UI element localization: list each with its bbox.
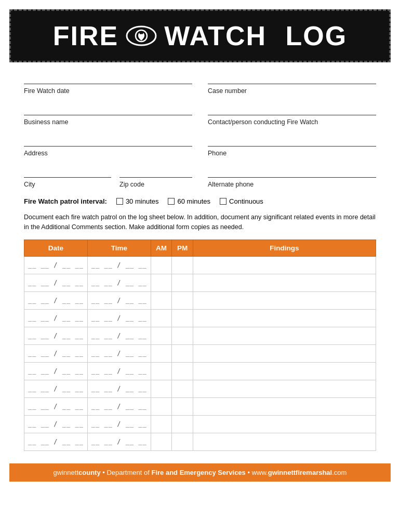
patrol-option-30min[interactable]: 30 minutes <box>116 197 159 205</box>
patrol-checkbox-60min[interactable] <box>168 198 175 205</box>
table-row: __ __ / __ __ __ __ / __ __ <box>24 397 376 415</box>
am-cell[interactable] <box>151 380 172 397</box>
phone-field: Phone <box>208 135 376 157</box>
patrol-option-60min[interactable]: 60 minutes <box>168 197 210 205</box>
date-cell[interactable]: __ __ / __ __ <box>24 327 88 344</box>
header-title: FIRE WATCH LOG <box>53 20 347 51</box>
table-row: __ __ / __ __ __ __ / __ __ <box>24 362 376 380</box>
date-cell[interactable]: __ __ / __ __ <box>24 274 88 291</box>
business-name-line <box>24 104 192 115</box>
patrol-option-60min-label: 60 minutes <box>177 197 210 205</box>
col-pm-header: PM <box>172 240 193 256</box>
am-cell[interactable] <box>151 291 172 309</box>
findings-cell[interactable] <box>193 274 376 291</box>
am-cell[interactable] <box>151 433 172 450</box>
date-cell[interactable]: __ __ / __ __ <box>24 309 88 327</box>
time-cell[interactable]: __ __ / __ __ <box>87 309 151 327</box>
findings-cell[interactable] <box>193 415 376 433</box>
findings-cell[interactable] <box>193 256 376 274</box>
table-header-row: Date Time AM PM Findings <box>24 240 376 256</box>
case-number-label: Case number <box>208 87 376 95</box>
alternate-phone-line <box>208 166 376 178</box>
city-field: City <box>24 166 111 188</box>
findings-cell[interactable] <box>193 309 376 327</box>
city-line <box>24 166 111 178</box>
am-cell[interactable] <box>151 362 172 380</box>
am-cell[interactable] <box>151 415 172 433</box>
case-number-line <box>208 73 376 84</box>
findings-cell[interactable] <box>193 362 376 380</box>
phone-line <box>208 135 376 147</box>
instructions-text: Document each fire watch patrol on the l… <box>24 212 376 232</box>
patrol-interval-label: Fire Watch patrol interval: <box>24 197 107 205</box>
pm-cell[interactable] <box>172 380 193 397</box>
time-cell[interactable]: __ __ / __ __ <box>87 397 151 415</box>
date-cell[interactable]: __ __ / __ __ <box>24 256 88 274</box>
patrol-checkbox-continuous[interactable] <box>220 198 226 205</box>
footer-dept-prefix: Department of <box>106 469 151 476</box>
am-cell[interactable] <box>151 327 172 344</box>
pm-cell[interactable] <box>172 256 193 274</box>
fire-watch-date-line <box>24 73 192 84</box>
findings-cell[interactable] <box>193 327 376 344</box>
table-row: __ __ / __ __ __ __ / __ __ <box>24 380 376 397</box>
address-line <box>24 135 192 147</box>
date-cell[interactable]: __ __ / __ __ <box>24 291 88 309</box>
findings-cell[interactable] <box>193 397 376 415</box>
case-number-field: Case number <box>208 73 376 95</box>
time-cell[interactable]: __ __ / __ __ <box>87 256 151 274</box>
pm-cell[interactable] <box>172 362 193 380</box>
findings-cell[interactable] <box>193 291 376 309</box>
date-cell[interactable]: __ __ / __ __ <box>24 344 88 362</box>
form-row-2: Business name Contact/person conducting … <box>24 104 376 126</box>
table-row: __ __ / __ __ __ __ / __ __ <box>24 274 376 291</box>
time-cell[interactable]: __ __ / __ __ <box>87 274 151 291</box>
pm-cell[interactable] <box>172 274 193 291</box>
form-row-1: Fire Watch date Case number <box>24 73 376 95</box>
pm-cell[interactable] <box>172 397 193 415</box>
findings-cell[interactable] <box>193 380 376 397</box>
business-name-label: Business name <box>24 118 192 126</box>
pm-cell[interactable] <box>172 344 193 362</box>
table-row: __ __ / __ __ __ __ / __ __ <box>24 291 376 309</box>
date-cell[interactable]: __ __ / __ __ <box>24 433 88 450</box>
findings-cell[interactable] <box>193 344 376 362</box>
pm-cell[interactable] <box>172 291 193 309</box>
patrol-interval-row: Fire Watch patrol interval: 30 minutes 6… <box>24 197 376 205</box>
form-section: Fire Watch date Case number Business nam… <box>9 62 391 463</box>
am-cell[interactable] <box>151 397 172 415</box>
time-cell[interactable]: __ __ / __ __ <box>87 362 151 380</box>
findings-cell[interactable] <box>193 433 376 450</box>
contact-field: Contact/person conducting Fire Watch <box>208 104 376 126</box>
patrol-option-30min-label: 30 minutes <box>126 197 159 205</box>
time-cell[interactable]: __ __ / __ __ <box>87 415 151 433</box>
am-cell[interactable] <box>151 274 172 291</box>
zip-code-line <box>119 166 192 178</box>
am-cell[interactable] <box>151 344 172 362</box>
footer-gwinnett: gwinnett <box>54 469 78 476</box>
pm-cell[interactable] <box>172 415 193 433</box>
watch-text: WATCH <box>164 20 266 51</box>
date-cell[interactable]: __ __ / __ __ <box>24 415 88 433</box>
am-cell[interactable] <box>151 256 172 274</box>
address-label: Address <box>24 150 192 157</box>
patrol-option-continuous[interactable]: Continuous <box>220 197 263 205</box>
date-cell[interactable]: __ __ / __ __ <box>24 380 88 397</box>
pm-cell[interactable] <box>172 327 193 344</box>
time-cell[interactable]: __ __ / __ __ <box>87 433 151 450</box>
alternate-phone-label: Alternate phone <box>208 181 376 188</box>
date-cell[interactable]: __ __ / __ __ <box>24 362 88 380</box>
pm-cell[interactable] <box>172 309 193 327</box>
col-time-header: Time <box>87 240 151 256</box>
zip-code-label: Zip code <box>119 181 192 188</box>
time-cell[interactable]: __ __ / __ __ <box>87 380 151 397</box>
log-text: LOG <box>286 20 348 51</box>
time-cell[interactable]: __ __ / __ __ <box>87 344 151 362</box>
pm-cell[interactable] <box>172 433 193 450</box>
date-cell[interactable]: __ __ / __ __ <box>24 397 88 415</box>
patrol-checkbox-30min[interactable] <box>116 198 123 205</box>
time-cell[interactable]: __ __ / __ __ <box>87 327 151 344</box>
time-cell[interactable]: __ __ / __ __ <box>87 291 151 309</box>
am-cell[interactable] <box>151 309 172 327</box>
footer-text: gwinnettcounty • Department of Fire and … <box>54 469 347 476</box>
